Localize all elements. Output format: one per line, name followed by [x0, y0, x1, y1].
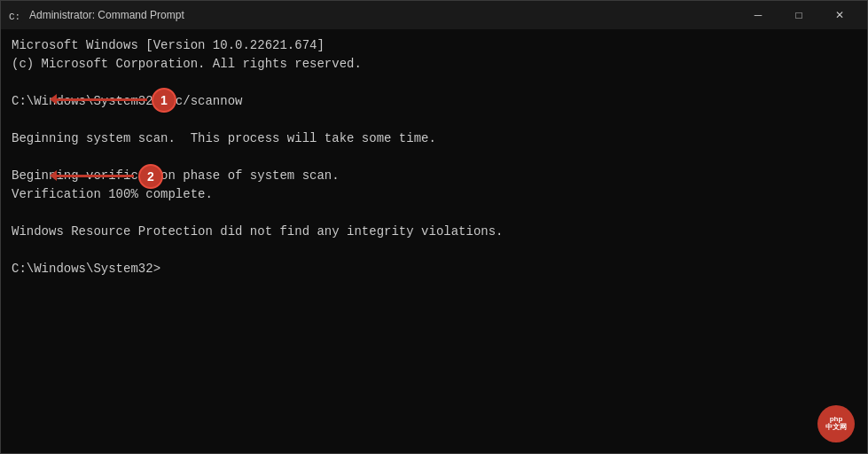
console-line-10: Windows Resource Protection did not find… [12, 223, 856, 241]
maximize-button[interactable]: □ [778, 1, 819, 29]
console-line-6 [12, 148, 856, 167]
cmd-window: C: Administrator: Command Prompt ─ □ ✕ M… [0, 0, 868, 454]
console-line-1: (c) Microsoft Corporation. All rights re… [12, 55, 856, 74]
console-line-11 [12, 241, 856, 260]
console-line-5: Beginning system scan. This process will… [12, 129, 856, 148]
console-line-7: Beginning verification phase of system s… [12, 167, 856, 185]
console-line-4 [12, 111, 856, 129]
console-line-3: C:\Windows\System32>sfc/scannow [12, 92, 856, 111]
console-line-0: Microsoft Windows [Version 10.0.22621.67… [12, 36, 856, 55]
minimize-button[interactable]: ─ [738, 1, 778, 29]
console-line-2 [12, 74, 856, 92]
close-button[interactable]: ✕ [819, 1, 860, 29]
console-line-8: Verification 100% complete. [12, 185, 856, 204]
console-line-9 [12, 204, 856, 223]
title-bar-text: Administrator: Command Prompt [29, 9, 738, 21]
svg-text:C:: C: [9, 12, 20, 22]
cmd-icon: C: [8, 8, 22, 22]
watermark-badge: php 中文网 [817, 405, 855, 442]
title-bar: C: Administrator: Command Prompt ─ □ ✕ [1, 1, 867, 29]
console-line-12: C:\Windows\System32> [12, 260, 856, 278]
console-body: Microsoft Windows [Version 10.0.22621.67… [1, 29, 867, 453]
watermark-cn: 中文网 [825, 424, 847, 432]
title-bar-controls: ─ □ ✕ [738, 1, 860, 29]
watermark: php 中文网 [817, 405, 855, 442]
